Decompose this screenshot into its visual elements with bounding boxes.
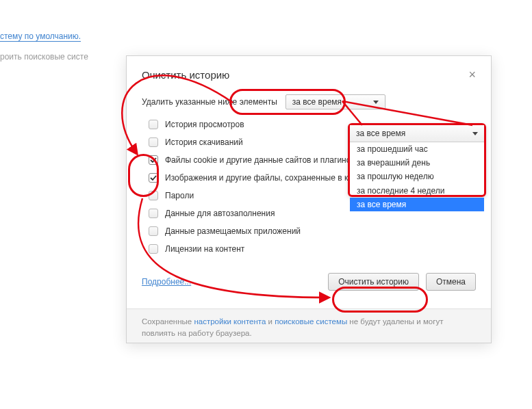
checkbox[interactable]	[149, 226, 158, 236]
chevron-down-icon	[472, 132, 478, 135]
content-settings-link[interactable]: настройки контента	[194, 317, 266, 326]
checkbox[interactable]	[149, 173, 158, 183]
checkbox[interactable]	[149, 155, 158, 165]
checkbox[interactable]	[149, 137, 158, 147]
cancel-button[interactable]: Отмена	[426, 273, 476, 291]
footer-mid: и	[266, 317, 275, 326]
background-text-search: роить поисковые систе	[0, 52, 88, 62]
time-range-dropdown-open[interactable]: за все время за прошедший часза вчерашни…	[348, 123, 486, 197]
check-label: Изображения и другие файлы, сохраненные …	[165, 173, 364, 183]
delete-elements-label: Удалить указанные ниже элементы	[142, 97, 277, 107]
check-label: Пароли	[165, 191, 194, 200]
check-label: Файлы cookie и другие данные сайтов и пл…	[165, 155, 355, 165]
checkbox[interactable]	[149, 244, 158, 254]
dropdown-option[interactable]: за прошедший час	[350, 142, 484, 156]
check-item-7[interactable]: Лицензии на контент	[142, 240, 476, 258]
clear-history-button[interactable]: Очистить историю	[328, 273, 419, 291]
footer-prefix: Сохраненные	[142, 317, 194, 326]
dropdown-selected-text: за все время	[356, 129, 405, 138]
dialog-footer: Сохраненные настройки контента и поисков…	[127, 308, 491, 343]
checkbox[interactable]	[149, 209, 158, 218]
dropdown-option[interactable]: за последние 4 недели	[350, 184, 484, 198]
check-label: История просмотров	[165, 120, 244, 129]
dropdown-option[interactable]: за вчерашний день	[350, 156, 484, 170]
check-label: Лицензии на контент	[165, 244, 244, 254]
dropdown-selected[interactable]: за все время	[350, 125, 484, 142]
check-label: История скачиваний	[165, 137, 243, 147]
dropdown-option[interactable]: за все время	[350, 198, 484, 211]
time-range-select[interactable]: за все время	[286, 94, 385, 109]
check-label: Данные для автозаполнения	[165, 209, 275, 218]
search-systems-link[interactable]: поисковые системы	[275, 317, 347, 326]
close-icon[interactable]: ×	[468, 68, 476, 81]
dropdown-options: за прошедший часза вчерашний деньза прош…	[350, 142, 484, 211]
more-link[interactable]: Подробнее...	[142, 277, 191, 287]
time-range-value: за все время	[292, 97, 342, 107]
dropdown-option[interactable]: за прошлую неделю	[350, 170, 484, 183]
checkbox[interactable]	[149, 120, 158, 129]
check-item-6[interactable]: Данные размещаемых приложений	[142, 222, 476, 240]
checkbox[interactable]	[149, 191, 158, 200]
background-link-default[interactable]: стему по умолчанию.	[0, 31, 81, 42]
dialog-title: Очистить историю	[142, 69, 229, 81]
chevron-down-icon	[373, 101, 379, 104]
check-label: Данные размещаемых приложений	[165, 226, 301, 236]
